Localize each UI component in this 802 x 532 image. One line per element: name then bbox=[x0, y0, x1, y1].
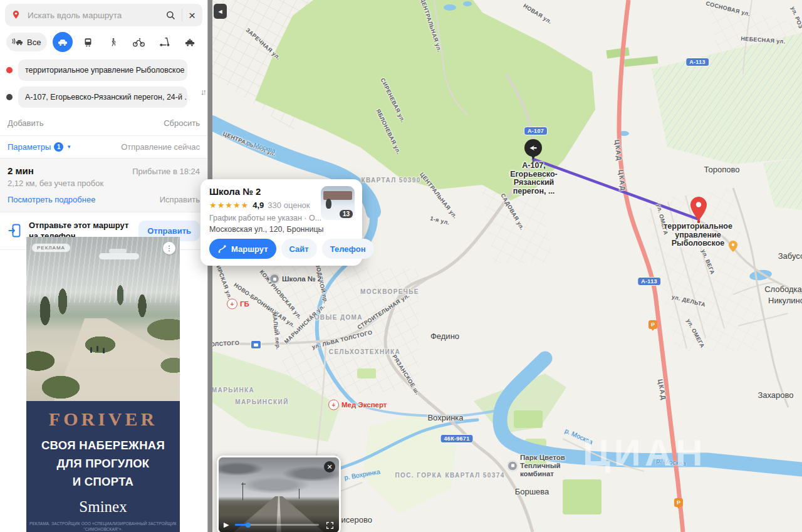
direction-arrow-icon bbox=[528, 143, 538, 153]
search-bar[interactable]: × bbox=[5, 4, 202, 26]
place-photo[interactable]: 13 bbox=[321, 186, 355, 220]
params-button[interactable]: Параметры 1 ▼ bbox=[8, 142, 71, 152]
map-label-area: МАРЬИНКА bbox=[212, 387, 254, 394]
route-button[interactable]: Маршрут bbox=[209, 239, 276, 259]
parking-icon[interactable]: P bbox=[648, 320, 657, 329]
params-row: Параметры 1 ▼ Отправление сейчас bbox=[0, 136, 207, 159]
phone-button[interactable]: Телефон bbox=[322, 239, 374, 259]
phone-send-icon bbox=[8, 223, 23, 238]
scooter-icon bbox=[159, 36, 170, 48]
map-label-area: МОСКВОРЕЧЬЕ bbox=[360, 288, 419, 295]
map-poi-label: Парк ЦветовТепличныйкомбинат bbox=[520, 454, 565, 478]
video-pole-cross bbox=[241, 484, 246, 484]
ad-photo: РЕКЛАМА ⋮ bbox=[26, 237, 180, 401]
pedestrian-icon bbox=[109, 36, 118, 48]
route-point-b-marker[interactable] bbox=[524, 139, 542, 157]
taxi-icon bbox=[184, 36, 196, 48]
destination-pin[interactable] bbox=[689, 196, 708, 224]
route-button-label: Маршрут bbox=[231, 244, 268, 254]
video-pole bbox=[299, 489, 299, 499]
route-duration: 2 мин bbox=[8, 165, 34, 176]
road-shield: А-107 bbox=[524, 127, 548, 135]
parking-icon[interactable]: P bbox=[674, 498, 683, 507]
ad-legal-text: РЕКЛАМА. ЗАСТРОЙЩИК ООО «СПЕЦИАЛИЗИРОВАН… bbox=[26, 521, 180, 532]
map-canvas[interactable]: ТороповоФединоВохринкаБисеровоБоршеваЗах… bbox=[212, 0, 802, 532]
add-waypoint-button[interactable]: Добавить bbox=[8, 118, 43, 128]
map-poi-label: Школа № 2 bbox=[282, 275, 321, 283]
panel-scrollbar[interactable] bbox=[207, 0, 212, 532]
video-progress-knob[interactable] bbox=[246, 523, 251, 528]
medical-cross-icon: + bbox=[227, 299, 237, 310]
map-label-town: Забусово bbox=[778, 251, 802, 261]
swap-waypoints-icon[interactable]: ↓↑ bbox=[200, 87, 205, 96]
road-shield: А-113 bbox=[637, 277, 661, 286]
star-rating-icons: ★★★★★ bbox=[209, 201, 249, 210]
chevron-left-icon: ◀ bbox=[218, 9, 222, 14]
ad-person bbox=[90, 347, 92, 353]
map-label-town: Торопово bbox=[704, 165, 740, 174]
road-shield: А-113 bbox=[685, 58, 709, 66]
fix-link[interactable]: Исправить bbox=[160, 195, 200, 204]
mode-all-button[interactable]: Все bbox=[6, 33, 47, 51]
departure-time-button[interactable]: Отправление сейчас bbox=[121, 142, 200, 152]
bicycle-icon bbox=[132, 37, 145, 48]
close-icon[interactable]: × bbox=[187, 9, 197, 21]
params-badge: 1 bbox=[54, 142, 63, 152]
play-icon[interactable]: ▶ bbox=[224, 521, 229, 529]
ad-person bbox=[103, 348, 105, 353]
rating-score: 4,9 bbox=[253, 201, 264, 210]
map-label-town: Слободка bbox=[764, 284, 802, 294]
ad-banner[interactable]: РЕКЛАМА ⋮ FORIVER СВОЯ НАБЕРЕЖНАЯ ДЛЯ ПР… bbox=[26, 237, 180, 532]
ad-developer-logo: Sminex bbox=[26, 498, 180, 516]
map-poi[interactable]: Школа № 2 bbox=[269, 274, 321, 284]
route-point-b-label: А-107,Егорьевско-Рязанскийперегон, ... bbox=[499, 162, 568, 196]
place-address: Московская ул., 120, Бронницы bbox=[209, 225, 353, 234]
map-label-area: МАРЬИНСКИЙ bbox=[235, 399, 289, 405]
map-poi-label: ГБ bbox=[240, 300, 249, 308]
video-close-icon[interactable]: ✕ bbox=[324, 461, 335, 472]
route-summary: 2 мин Прибытие в 18:24 2,12 км, без учет… bbox=[0, 159, 207, 212]
site-button[interactable]: Сайт bbox=[281, 239, 317, 259]
ad-label-chip: РЕКЛАМА bbox=[31, 243, 71, 253]
video-progress-bar[interactable] bbox=[235, 524, 319, 526]
arrival-time: Прибытие в 18:24 bbox=[132, 167, 200, 176]
map-base-layer bbox=[212, 0, 802, 532]
video-player[interactable]: ▶ ✕ bbox=[217, 456, 341, 532]
waypoint-b-input[interactable]: А-107, Егорьевско-Рязанский перегон, 24-… bbox=[18, 86, 187, 108]
search-icon[interactable] bbox=[165, 9, 177, 21]
place-card[interactable]: Школа № 2 ★★★★★ 4,9 330 оценок График ра… bbox=[200, 179, 362, 266]
collapse-panel-button[interactable]: ◀ bbox=[214, 4, 227, 19]
route-panel: × Все bbox=[0, 0, 207, 532]
ad-body: FORIVER СВОЯ НАБЕРЕЖНАЯ ДЛЯ ПРОГУЛОК И С… bbox=[26, 401, 180, 532]
divider bbox=[182, 9, 182, 21]
waypoint-b-dot bbox=[6, 94, 13, 100]
map-poi[interactable]: +ГБ bbox=[227, 299, 249, 310]
map-poi[interactable]: Парк ЦветовТепличныйкомбинат bbox=[508, 454, 565, 478]
search-input[interactable] bbox=[26, 10, 160, 21]
mode-bus[interactable] bbox=[78, 32, 98, 52]
mode-scooter[interactable] bbox=[154, 32, 174, 52]
waypoint-a-input[interactable]: территориальное управление Рыболовское bbox=[18, 60, 187, 81]
ad-person bbox=[96, 346, 98, 352]
map-poi[interactable]: +Мед Эксперт bbox=[328, 400, 387, 410]
map-label-area: КВАРТАЛ 50390 bbox=[361, 177, 420, 184]
reset-route-button[interactable]: Сбросить bbox=[164, 118, 200, 128]
mode-bike[interactable] bbox=[129, 32, 149, 52]
fullscreen-icon[interactable] bbox=[326, 521, 334, 529]
map-label-town: Захарово bbox=[758, 390, 793, 400]
details-link[interactable]: Посмотреть подробнее bbox=[8, 195, 95, 204]
params-label: Параметры bbox=[8, 142, 51, 152]
ad-slogan: СВОЯ НАБЕРЕЖНАЯ ДЛЯ ПРОГУЛОК И СПОРТА bbox=[26, 436, 180, 491]
reviews-count[interactable]: 330 оценок bbox=[268, 201, 310, 210]
mode-walk[interactable] bbox=[103, 32, 123, 52]
waypoint-a-dot bbox=[6, 67, 13, 73]
ad-brand-logo: FORIVER bbox=[26, 409, 180, 430]
bus-stop-icon[interactable] bbox=[251, 340, 261, 349]
poi-dot-icon bbox=[269, 274, 279, 284]
map-label-area: ПОС. ГОРКА bbox=[395, 472, 442, 479]
waypoints: территориальное управление Рыболовское А… bbox=[0, 56, 207, 108]
mode-car-selected[interactable] bbox=[53, 32, 73, 52]
destination-label: территориальноеуправлениеРыболовское bbox=[657, 222, 739, 248]
mode-taxi[interactable] bbox=[180, 32, 200, 52]
ad-menu-icon[interactable]: ⋮ bbox=[163, 242, 175, 254]
